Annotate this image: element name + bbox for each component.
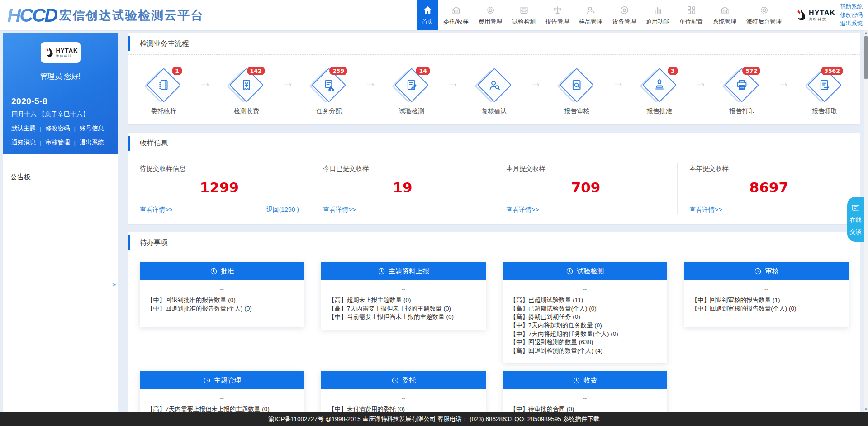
online-chat-widget[interactable]: 在线 交谈 (847, 197, 864, 242)
todo-item[interactable]: 【中】7天内将超期的任务数量(个人) (0) (510, 330, 660, 339)
todo-card-收费[interactable]: 收费--【中】待审批的合同 (0) (503, 371, 667, 412)
nav-label: 系统管理 (713, 18, 736, 26)
flow-step-报告领取[interactable]: 3562报告领取 (805, 68, 844, 115)
sidebar-collapse-handle[interactable]: -> (109, 281, 116, 288)
flow-step-报告打印[interactable]: 572报告打印 (722, 68, 761, 115)
todo-item[interactable]: 【中】回退到审核的报告数量 (1) (692, 296, 841, 305)
view-details-link[interactable]: 查看详情>> (689, 206, 722, 214)
nav-item-system[interactable]: 系统管理 (708, 0, 741, 30)
view-details-link[interactable]: 查看详情>> (323, 206, 356, 214)
returned-link[interactable]: 退回(1290 ) (266, 206, 299, 214)
bridge-icon (451, 5, 461, 15)
scrollbar[interactable]: ▲ ▼ (864, 30, 868, 412)
diamond-shape: 3 (645, 70, 674, 100)
quick-links: 帮助系统修改密码退出系统 (840, 3, 863, 27)
todo-card-委托[interactable]: 委托--【中】未付清费用的委托 (0)【中】7天内将超期但未付清费用的委托 (0… (321, 371, 485, 412)
card-title: 试验检测 (577, 267, 604, 276)
quick-link-0[interactable]: 帮助系统 (840, 3, 863, 11)
view-details-link[interactable]: 查看详情>> (140, 206, 172, 214)
nav-label: 设备管理 (612, 18, 636, 26)
todo-card-试验检测[interactable]: 试验检测--【高】已超期试验数量 (11)【高】已超期试验数量(个人) (0)【… (503, 262, 667, 363)
todo-item[interactable]: 【高】超期未上报主题数量 (0) (328, 296, 478, 305)
nav-item-common[interactable]: 通用功能 (641, 0, 674, 30)
todo-item[interactable]: 【高】已超期试验数量 (11) (510, 296, 660, 305)
nav-item-unit[interactable]: 单位配置 (674, 0, 708, 30)
scroll-up-icon[interactable]: ▲ (864, 31, 868, 35)
nav-item-report[interactable]: 报告管理 (541, 0, 574, 30)
todo-item[interactable]: 【中】当前需要上报但尚未上报的主题数量 (0) (328, 313, 478, 321)
process-panel-title: 检测业务主流程 (128, 33, 860, 55)
todo-item[interactable]: 【高】7天内需要上报但未上报的主题数量 (0) (147, 405, 297, 412)
sidebar-links-row2: 通知消息|审核管理|退出系统 (11, 139, 109, 147)
todo-card-审核[interactable]: 审核--【中】回退到审核的报告数量 (1)【中】回退到审核的报告数量(个人) (… (684, 262, 849, 327)
card-title: 审核 (765, 267, 778, 276)
sample-stats: 待提交收样信息1299查看详情>>退回(1290 )今日已提交收样19查看详情>… (128, 154, 860, 224)
quick-link-2[interactable]: 退出系统 (840, 19, 863, 28)
todo-item[interactable]: 【中】7天内将超期的任务数量 (0) (510, 321, 660, 330)
stat-links: 查看详情>> (506, 206, 665, 214)
hytak-logo-icon (43, 47, 55, 58)
card-title: 主题资料上报 (389, 267, 429, 276)
todo-item[interactable]: 【中】未付清费用的委托 (0) (328, 405, 478, 412)
todo-item[interactable]: 【高】龄期已到期任务 (0) (510, 313, 660, 321)
card-body: --【中】未付清费用的委托 (0)【中】7天内将超期但未付清费用的委托 (0) (321, 389, 485, 412)
todo-panel-title: 待办事项 (128, 232, 860, 254)
sidebar-link-修改密码[interactable]: 修改密码 (46, 124, 70, 133)
flow-arrow-icon: → (761, 77, 805, 89)
nav-item-fee[interactable]: 费用管理 (474, 0, 507, 30)
flow-step-label: 报告领取 (812, 107, 837, 115)
sidebar-link-默认主题[interactable]: 默认主题 (11, 124, 36, 133)
flow-arrow-icon: → (431, 77, 475, 89)
todo-item[interactable]: 【中】待审批的合同 (0) (510, 405, 660, 412)
todo-item[interactable]: 【中】回退到批准的报告数量(个人) (0) (147, 305, 297, 313)
flow-step-报告审核[interactable]: 报告审核 (557, 68, 596, 115)
todo-item[interactable]: 【中】回退到审核的报告数量(个人) (0) (692, 305, 841, 313)
doc-search-icon (562, 70, 592, 100)
sidebar-link-通知消息[interactable]: 通知消息 (11, 139, 36, 147)
todo-item[interactable]: 【高】已超期试验数量(个人) (0) (510, 305, 660, 313)
sidebar-user-panel: HYTAK 海特科技 管理员 您好! 2020-5-8 四月十六 【庚子辛巳十六… (3, 33, 118, 154)
sidebar-link-退出系统[interactable]: 退出系统 (80, 139, 104, 147)
sidebar-link-账号信息[interactable]: 账号信息 (80, 124, 104, 133)
flow-step-label: 复核确认 (482, 107, 507, 115)
quick-link-1[interactable]: 修改密码 (840, 11, 863, 19)
scroll-down-icon[interactable]: ▼ (864, 407, 868, 412)
flow-step-报告批准[interactable]: 3报告批准 (640, 68, 679, 115)
sidebar-link-审核管理[interactable]: 审核管理 (46, 139, 70, 147)
nav-item-home[interactable]: 首页 (417, 0, 438, 30)
todo-item[interactable]: 【高】7天内需要上报但未上报的主题数量 (0) (328, 305, 478, 313)
todo-item[interactable]: 【高】回退到检测的数量(个人) (4) (510, 347, 660, 355)
nav-item-entrust[interactable]: 委托/收样 (438, 0, 474, 30)
todo-card-主题管理[interactable]: 主题管理--【高】7天内需要上报但未上报的主题数量 (0)【中】当前需要上报但尚… (140, 371, 304, 412)
nav-item-test[interactable]: 试验检测 (507, 0, 541, 30)
todo-card-批准[interactable]: 批准--【中】回退到批准的报告数量 (0)【中】回退到批准的报告数量(个人) (… (140, 262, 304, 327)
count-badge: 259 (329, 67, 347, 75)
nav-item-device[interactable]: 设备管理 (607, 0, 641, 30)
todo-item[interactable]: 【中】回退到检测的数量 (638) (510, 338, 660, 347)
nav-label: 费用管理 (479, 18, 502, 26)
brand-text: HYTAK 海特科技 (56, 48, 78, 57)
flow-step-委托收样[interactable]: 1委托收样 (144, 68, 183, 115)
scrollbar-thumb[interactable] (864, 36, 868, 79)
nav-item-sample[interactable]: 样品管理 (574, 0, 607, 30)
flow-step-检测收费[interactable]: 142检测收费 (227, 68, 266, 115)
todo-card-主题资料上报[interactable]: 主题资料上报--【高】超期未上报主题数量 (0)【高】7天内需要上报但未上报的主… (321, 262, 485, 330)
count-badge: 3562 (821, 67, 843, 75)
flow-step-试验检测[interactable]: 14试验检测 (392, 68, 431, 115)
current-date: 2020-5-8 (11, 96, 109, 106)
diamond-shape (562, 70, 592, 100)
nav-item-hytak-admin[interactable]: 海特后台管理 (741, 0, 787, 30)
flow-step-任务分配[interactable]: 259任务分配 (309, 68, 348, 115)
brand-name: HYTAK (809, 10, 835, 17)
nav-label: 样品管理 (579, 18, 602, 26)
sidebar-brand-badge: HYTAK 海特科技 (41, 42, 81, 63)
count-badge: 572 (742, 67, 760, 75)
clock-icon (754, 268, 762, 275)
card-placeholder: -- (692, 286, 841, 292)
flow-step-复核确认[interactable]: 复核确认 (475, 68, 514, 115)
card-placeholder: -- (510, 395, 660, 402)
todo-item[interactable]: 【中】回退到批准的报告数量 (0) (147, 296, 297, 305)
flow-step-label: 报告审核 (564, 107, 589, 115)
view-details-link[interactable]: 查看详情>> (506, 206, 539, 214)
stat-待提交收样信息: 待提交收样信息1299查看详情>>退回(1290 ) (128, 163, 311, 214)
